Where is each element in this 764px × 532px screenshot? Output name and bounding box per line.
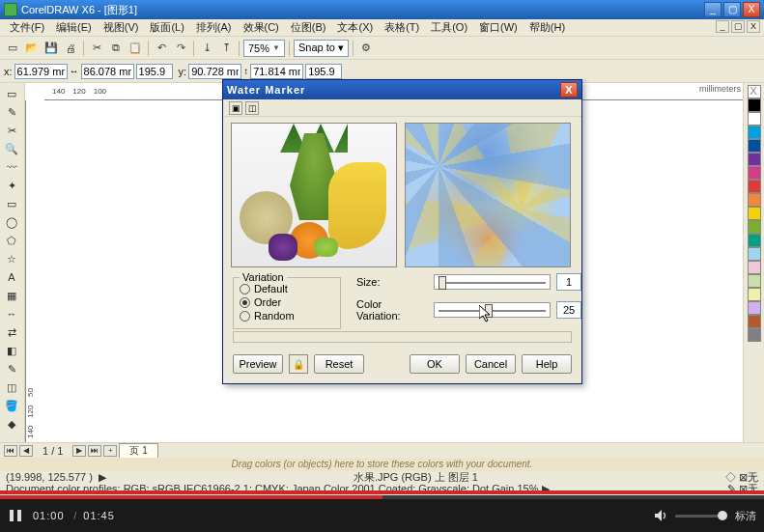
ellipse-tool-icon[interactable]: ◯ <box>2 213 21 231</box>
y-input[interactable] <box>188 64 241 79</box>
swatch[interactable] <box>748 98 761 112</box>
swatch-none[interactable] <box>748 85 761 98</box>
quality-button[interactable]: 标清 <box>735 509 756 523</box>
menu-window[interactable]: 窗口(W) <box>473 19 523 36</box>
scale-w-input[interactable] <box>136 64 173 79</box>
dialog-view1-icon[interactable]: ▣ <box>229 101 242 115</box>
swatch[interactable] <box>748 301 761 315</box>
dialog-view2-icon[interactable]: ◫ <box>245 101 259 115</box>
pick-tool-icon[interactable]: ▭ <box>2 85 21 102</box>
crop-tool-icon[interactable]: ✂ <box>2 122 21 139</box>
swatch[interactable] <box>748 193 761 207</box>
options-icon[interactable]: ⚙ <box>357 40 375 57</box>
swatch[interactable] <box>748 180 761 193</box>
rectangle-tool-icon[interactable]: ▭ <box>2 195 21 212</box>
colorvar-slider[interactable] <box>434 302 551 318</box>
volume-slider[interactable] <box>675 515 727 518</box>
open-icon[interactable]: 📂 <box>23 40 41 57</box>
snap-combo[interactable]: Snap to ▾ <box>294 40 349 57</box>
page-tab[interactable]: 页 1 <box>119 443 157 458</box>
width-mm-input[interactable] <box>81 64 134 79</box>
help-button[interactable]: Help <box>522 354 572 374</box>
child-restore-button[interactable]: ▢ <box>731 20 745 33</box>
scale-h-input[interactable] <box>305 64 342 79</box>
radio-default[interactable]: Default <box>240 282 334 295</box>
dialog-close-button[interactable]: X <box>560 82 578 98</box>
page-first-button[interactable]: ⏮ <box>4 445 17 457</box>
swatch[interactable] <box>748 220 761 234</box>
page-last-button[interactable]: ⏭ <box>88 445 101 457</box>
swatch[interactable] <box>748 166 761 180</box>
redo-icon[interactable]: ↷ <box>172 40 189 57</box>
swatch[interactable] <box>748 139 761 153</box>
copy-icon[interactable]: ⧉ <box>107 40 125 57</box>
swatch[interactable] <box>748 274 761 288</box>
eyedropper-tool-icon[interactable]: ✎ <box>2 360 21 378</box>
effects-tool-icon[interactable]: ◧ <box>2 342 21 359</box>
close-button[interactable]: X <box>743 2 760 17</box>
page-add-button[interactable]: + <box>103 445 117 457</box>
height-mm-input[interactable] <box>250 64 303 79</box>
menu-arrange[interactable]: 排列(A) <box>190 19 238 36</box>
cancel-button[interactable]: Cancel <box>466 354 516 374</box>
dimension-tool-icon[interactable]: ↔ <box>2 305 21 322</box>
colorvar-value[interactable]: 25 <box>556 301 581 319</box>
menu-bitmap[interactable]: 位图(B) <box>285 19 332 36</box>
menu-tools[interactable]: 工具(O) <box>425 19 473 36</box>
swatch[interactable] <box>748 261 761 274</box>
radio-random[interactable]: Random <box>240 309 334 322</box>
swatch[interactable] <box>748 315 761 328</box>
menu-effects[interactable]: 效果(C) <box>238 19 285 36</box>
volume-icon[interactable] <box>654 509 667 522</box>
print-icon[interactable]: 🖨 <box>62 40 79 57</box>
preview-button[interactable]: Preview <box>233 354 283 374</box>
swatch[interactable] <box>748 247 761 261</box>
ruler-vertical[interactable]: 14012050 <box>25 100 44 442</box>
reset-button[interactable]: Reset <box>314 354 364 374</box>
preview-effect[interactable] <box>405 123 571 267</box>
menu-text[interactable]: 文本(X) <box>331 19 379 36</box>
fill-tool-icon[interactable]: 🪣 <box>2 397 21 414</box>
dialog-titlebar[interactable]: Water Marker X <box>223 80 581 99</box>
shapes-tool-icon[interactable]: ☆ <box>2 250 21 267</box>
swatch[interactable] <box>748 153 761 166</box>
import-icon[interactable]: ⤓ <box>198 40 215 57</box>
swatch[interactable] <box>748 207 761 220</box>
ok-button[interactable]: OK <box>410 354 460 374</box>
child-close-button[interactable]: X <box>747 20 760 33</box>
zoom-tool-icon[interactable]: 🔍 <box>2 140 21 157</box>
menu-layout[interactable]: 版面(L) <box>144 19 189 36</box>
connector-tool-icon[interactable]: ⇄ <box>2 323 21 341</box>
size-slider[interactable] <box>434 274 551 290</box>
shape-tool-icon[interactable]: ✎ <box>2 103 21 121</box>
maximize-button[interactable]: ▢ <box>723 2 741 17</box>
page-prev-button[interactable]: ◀ <box>19 445 33 457</box>
minimize-button[interactable]: _ <box>704 2 722 17</box>
new-icon[interactable]: ▭ <box>4 40 21 57</box>
preview-original[interactable] <box>231 123 397 267</box>
export-icon[interactable]: ⤒ <box>217 40 235 57</box>
swatch[interactable] <box>748 234 761 247</box>
smart-tool-icon[interactable]: ✦ <box>2 177 21 194</box>
size-value[interactable]: 1 <box>556 273 581 291</box>
swatch[interactable] <box>748 328 761 342</box>
polygon-tool-icon[interactable]: ⬠ <box>2 232 21 249</box>
menu-help[interactable]: 帮助(H) <box>523 19 571 36</box>
zoom-combo[interactable]: 75%▼ <box>243 40 285 57</box>
freehand-tool-icon[interactable]: 〰 <box>2 158 21 176</box>
radio-order[interactable]: Order <box>240 295 334 309</box>
save-icon[interactable]: 💾 <box>42 40 60 57</box>
lock-button[interactable]: 🔒 <box>289 354 308 374</box>
play-pause-button[interactable] <box>8 508 23 523</box>
menu-edit[interactable]: 编辑(E) <box>50 19 98 36</box>
table-tool-icon[interactable]: ▦ <box>2 287 21 304</box>
child-minimize-button[interactable]: _ <box>716 20 729 33</box>
menu-table[interactable]: 表格(T) <box>379 19 425 36</box>
video-progress-bar[interactable] <box>0 495 764 499</box>
titlebar[interactable]: CorelDRAW X6 - [图形1] _ ▢ X <box>0 0 764 19</box>
swatch[interactable] <box>748 112 761 126</box>
undo-icon[interactable]: ↶ <box>153 40 170 57</box>
swatch[interactable] <box>748 288 761 301</box>
menu-file[interactable]: 文件(F) <box>4 19 50 36</box>
text-tool-icon[interactable]: A <box>2 268 21 286</box>
